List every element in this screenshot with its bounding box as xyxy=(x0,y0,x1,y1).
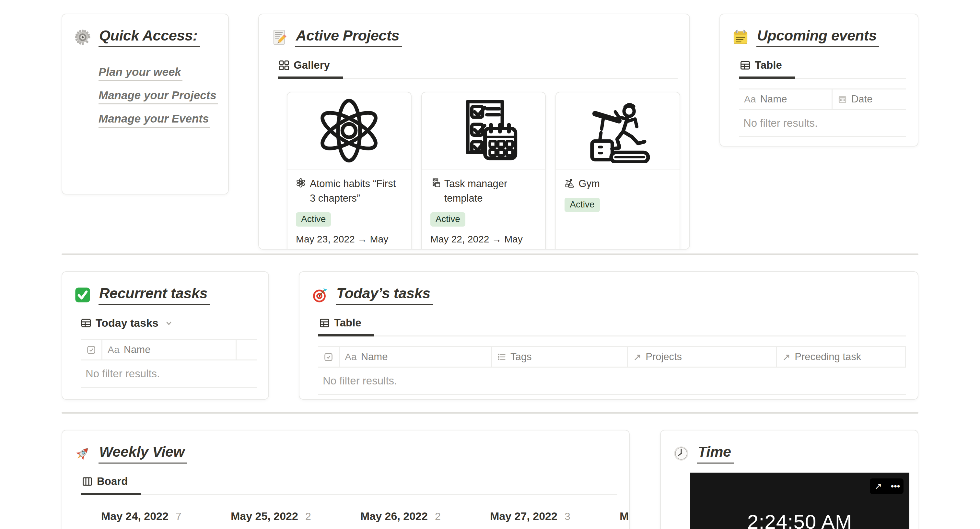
tab-table[interactable]: Table xyxy=(318,317,374,336)
treadmill-icon xyxy=(565,178,574,188)
todays-tasks-table: Aa Name Tags ↗ Projects xyxy=(318,346,906,400)
board-column-date: May 26, 2022 xyxy=(360,510,428,523)
weekly-view-header: Weekly View xyxy=(62,430,629,464)
todays-tasks-header: Today’s tasks xyxy=(299,272,918,305)
weekly-view-section: Weekly View Board May 24, 2022 7 xyxy=(62,430,630,529)
time-section: Time ↗ ••• 2:24:50 AM xyxy=(660,430,918,529)
status-badge: Active xyxy=(296,212,331,226)
atom-icon xyxy=(296,178,305,188)
tab-table-label: Table xyxy=(334,317,361,329)
board-column-header[interactable]: May 25, 2022 2 xyxy=(231,510,349,523)
column-header-add[interactable] xyxy=(237,340,257,360)
todays-tasks-tabbar: Table xyxy=(318,317,906,336)
empty-results-row: No filter results. xyxy=(81,360,257,388)
table-footer[interactable]: COUNT 0 xyxy=(81,397,237,400)
tab-gallery[interactable]: Gallery xyxy=(278,59,343,79)
tab-table[interactable]: Table xyxy=(739,59,795,79)
board-column-count: 7 xyxy=(176,510,181,523)
column-header-name[interactable]: Aa Name xyxy=(102,340,237,360)
project-card-atomic-habits[interactable]: Atomic habits “First 3 chapters” Active … xyxy=(287,92,412,250)
board-column-date: May 25, 2022 xyxy=(231,510,298,523)
project-card-dates: May 22, 2022 → May 28, 2022 xyxy=(430,233,537,250)
link-manage-your-events[interactable]: Manage your Events xyxy=(99,112,210,128)
project-card-title-row: Atomic habits “First 3 chapters” xyxy=(296,177,402,206)
column-header-projects[interactable]: ↗ Projects xyxy=(628,347,777,366)
gallery-grid: Atomic habits “First 3 chapters” Active … xyxy=(287,92,680,250)
status-badge: Active xyxy=(565,198,600,212)
quick-access-title: Quick Access: xyxy=(99,27,200,47)
clock-video-embed[interactable]: ↗ ••• 2:24:50 AM xyxy=(690,473,909,529)
column-header-label: Tags xyxy=(511,351,531,363)
quick-access-header: Quick Access: xyxy=(62,14,228,47)
view-selector-today-tasks[interactable]: Today tasks xyxy=(81,317,268,329)
project-card-task-manager[interactable]: Task manager template Active May 22, 202… xyxy=(421,92,546,250)
weekly-view-tabbar: Board xyxy=(81,475,617,495)
text-property-icon: Aa xyxy=(108,344,119,355)
column-header-preceding-task[interactable]: ↗ Preceding task xyxy=(777,347,906,366)
upcoming-events-table: Aa Name Date xyxy=(739,89,906,137)
middle-row: Recurrent tasks Today tasks xyxy=(62,271,918,400)
link-manage-your-projects[interactable]: Manage your Projects xyxy=(99,89,218,104)
table-icon xyxy=(740,60,750,70)
column-header-name[interactable]: Aa Name xyxy=(340,347,492,366)
board-column-clipped: May 28, 2022 Morning routine xyxy=(620,510,630,529)
project-card-body: Atomic habits “First 3 chapters” Active … xyxy=(288,169,411,250)
text-property-icon: Aa xyxy=(744,94,756,105)
project-card-body: Gym Active xyxy=(556,169,679,220)
column-header-label: Name xyxy=(124,344,151,355)
project-card-dates: May 23, 2022 → May 26, 2022 xyxy=(296,233,402,250)
active-projects-header: Active Projects xyxy=(259,14,689,47)
tags-property-icon xyxy=(497,352,506,362)
project-card-cover xyxy=(556,92,679,169)
checkbox-icon xyxy=(87,346,95,354)
project-card-title: Gym xyxy=(579,177,600,191)
tab-gallery-label: Gallery xyxy=(294,59,330,71)
section-divider xyxy=(62,253,918,255)
column-header-label: Name xyxy=(760,93,787,105)
board-column-header[interactable]: May 26, 2022 2 xyxy=(360,510,478,523)
text-property-icon: Aa xyxy=(345,351,357,362)
bottom-row: Weekly View Board May 24, 2022 7 xyxy=(62,430,918,529)
time-header: Time xyxy=(661,430,918,464)
open-in-new-button[interactable]: ↗ xyxy=(870,478,887,494)
more-options-button[interactable]: ••• xyxy=(887,478,904,494)
project-card-title: Task manager template xyxy=(444,177,537,206)
recurrent-tasks-title: Recurrent tasks xyxy=(99,285,210,305)
empty-results-row: No filter results. xyxy=(739,110,906,137)
project-card-gym[interactable]: Gym Active xyxy=(555,92,680,250)
project-card-cover xyxy=(422,92,546,169)
project-card-cover xyxy=(288,92,411,169)
time-title: Time xyxy=(697,443,734,464)
board-column: May 26, 2022 2 Morning routine xyxy=(360,510,478,529)
column-header-checkbox[interactable] xyxy=(81,340,102,360)
tab-board-label: Board xyxy=(97,475,128,488)
quick-access-links: Plan your week Manage your Projects Mana… xyxy=(99,65,228,128)
active-projects-section: Active Projects Gallery xyxy=(258,14,690,250)
table-header-row: Aa Name Tags ↗ Projects xyxy=(318,346,906,368)
checkbox-icon xyxy=(324,353,333,362)
page-content: Quick Access: Plan your week Manage your… xyxy=(62,0,918,529)
board-column-header[interactable]: May 28, 2022 xyxy=(620,510,630,523)
board-column-count: 2 xyxy=(435,510,441,523)
column-header-tags[interactable]: Tags xyxy=(492,347,628,366)
active-projects-tabbar: Gallery xyxy=(278,59,678,79)
board-column-header[interactable]: May 24, 2022 7 xyxy=(101,510,219,523)
top-row: Quick Access: Plan your week Manage your… xyxy=(62,14,918,250)
column-header-checkbox[interactable] xyxy=(318,347,340,366)
count-value: 0 xyxy=(229,397,237,400)
link-plan-your-week[interactable]: Plan your week xyxy=(99,65,183,81)
recurrent-tasks-table: Aa Name No filter results. COUNT 0 xyxy=(81,339,257,400)
checklist-calendar-illustration xyxy=(449,98,518,163)
column-header-label: Date xyxy=(851,93,872,105)
atom-illustration xyxy=(316,97,382,164)
clock-icon xyxy=(673,445,689,462)
tab-board[interactable]: Board xyxy=(81,475,141,495)
upcoming-events-tabbar: Table xyxy=(739,59,906,79)
board-column-header[interactable]: May 27, 2022 3 xyxy=(490,510,608,523)
gallery-grid-icon xyxy=(279,60,289,70)
column-header-date[interactable]: Date xyxy=(832,89,906,109)
column-header-name[interactable]: Aa Name xyxy=(739,89,832,109)
video-controls: ↗ ••• xyxy=(870,478,904,494)
empty-results-row: No filter results. xyxy=(318,368,906,395)
column-header-label: Name xyxy=(361,351,388,363)
